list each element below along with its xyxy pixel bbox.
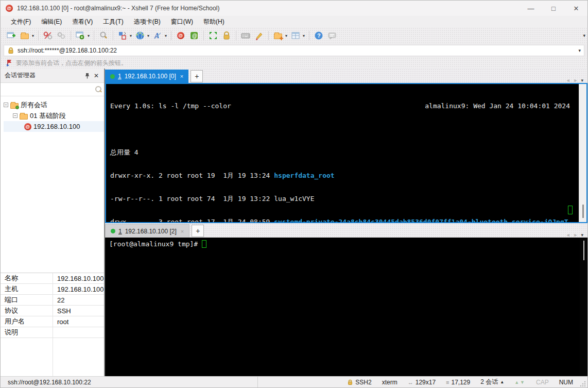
tab-scroll-left-icon[interactable]: ◄: [566, 232, 570, 238]
toolbar-separator: [171, 31, 171, 40]
menu-view[interactable]: 查看(V): [67, 16, 98, 27]
pin-panel-icon[interactable]: [82, 71, 92, 80]
tab-layout-button[interactable]: [117, 30, 128, 41]
tab-close-icon[interactable]: ×: [180, 228, 185, 234]
toolbar-separator: [38, 31, 39, 40]
session-search-input[interactable]: [3, 85, 95, 95]
session-icon: @: [24, 123, 31, 130]
toolbar-overflow-icon[interactable]: ▾: [583, 33, 585, 38]
session-manager-header: 会话管理器 ✕: [1, 69, 104, 83]
status-session-count[interactable]: 2 会话 ▲: [475, 378, 509, 386]
session-tree: − 所有会话 − 01 基础阶段 @ 192.168.10.100: [1, 96, 104, 273]
session-search-box: [1, 83, 104, 96]
ls-row: -rw-r--r--. 1 root root 74 1月 19 13:22 l…: [110, 195, 582, 203]
tab-list-dropdown-icon[interactable]: ▾: [581, 232, 583, 238]
session-count-dropup-icon[interactable]: ▲: [500, 380, 504, 384]
xshell-button[interactable]: @: [175, 30, 186, 41]
address-url[interactable]: ssh://root:******@192.168.10.100:22: [18, 47, 575, 54]
compose-button[interactable]: [253, 30, 265, 41]
lock-icon: [347, 379, 353, 385]
terminal-1-scrollbar[interactable]: [579, 84, 586, 222]
status-num-lock: NUM: [554, 379, 578, 386]
prop-value: root: [53, 316, 104, 327]
tab-scroll-left-icon[interactable]: ◄: [566, 78, 570, 83]
maximize-button[interactable]: □: [542, 1, 565, 16]
menu-bar: 文件(F) 编辑(E) 查看(V) 工具(T) 选项卡(B) 窗口(W) 帮助(…: [1, 16, 587, 27]
new-tab-button[interactable]: +: [192, 225, 204, 237]
session-properties-dropdown-icon[interactable]: ▾: [87, 33, 91, 38]
minimize-button[interactable]: —: [520, 1, 542, 16]
status-terminal-type[interactable]: xterm: [377, 379, 403, 386]
session-manager-panel: 会话管理器 ✕ − 所有会话 − 01 基础阶段: [1, 69, 105, 376]
terminal-cursor: [202, 240, 206, 248]
prop-label: 主机: [1, 284, 53, 295]
tab-close-icon[interactable]: ×: [179, 73, 184, 79]
folder-icon: [20, 114, 28, 120]
new-transfer-dropdown-icon[interactable]: ▾: [284, 33, 288, 38]
reconnect-button[interactable]: [56, 30, 67, 41]
xshell-logo-icon: @: [6, 5, 13, 12]
tab-nav-2: ◄ ► ▾: [566, 232, 587, 238]
tree-item-all-sessions[interactable]: − 所有会话: [4, 99, 104, 110]
xftp-button[interactable]: @: [188, 30, 200, 41]
resize-grip[interactable]: [579, 380, 586, 387]
tree-item-session[interactable]: @ 192.168.10.100: [4, 121, 104, 132]
tree-item-folder[interactable]: − 01 基础阶段: [4, 110, 104, 121]
disconnect-button[interactable]: [42, 30, 54, 41]
tab-layout-dropdown-icon[interactable]: ▾: [129, 33, 133, 38]
terminal-1[interactable]: Every 1.0s: ls -l /tmp --color almalinux…: [105, 83, 587, 223]
tab-list-dropdown-icon[interactable]: ▾: [581, 78, 583, 83]
new-tab-button[interactable]: +: [191, 70, 203, 82]
close-panel-icon[interactable]: ✕: [92, 71, 101, 80]
open-session-dropdown-icon[interactable]: ▾: [31, 33, 35, 38]
font-button[interactable]: A: [152, 30, 163, 41]
fullscreen-button[interactable]: [207, 30, 219, 41]
tab-scroll-right-icon[interactable]: ►: [574, 78, 578, 83]
open-session-button[interactable]: [19, 30, 30, 41]
font-dropdown-icon[interactable]: ▾: [164, 33, 168, 38]
ls-total: 总用量 4: [110, 148, 582, 156]
prop-value: SSH: [53, 306, 104, 316]
menu-help[interactable]: 帮助(H): [198, 16, 230, 27]
tab-session-1[interactable]: 1 192.168.10.100 [0] ×: [105, 70, 188, 83]
address-field[interactable]: ssh://root:******@192.168.10.100:22 ▾: [4, 45, 584, 56]
close-button[interactable]: ✕: [565, 1, 587, 16]
encoding-button[interactable]: [134, 30, 146, 41]
toolbar-separator: [268, 31, 269, 40]
toolbar-separator: [236, 31, 236, 40]
address-dropdown-icon[interactable]: ▾: [578, 48, 581, 53]
new-transfer-button[interactable]: [272, 30, 284, 41]
session-properties-button[interactable]: [75, 30, 86, 41]
terminal-cursor: [568, 206, 573, 214]
main-area: 会话管理器 ✕ − 所有会话 − 01 基础阶段: [1, 69, 587, 376]
transfer-arrows-icon: ▲▼: [509, 380, 531, 385]
lock-screen-button[interactable]: [221, 30, 232, 41]
status-caps-lock: CAP: [531, 379, 554, 386]
terminal-2-scrollbar[interactable]: [580, 238, 587, 376]
virtual-keyboard-button[interactable]: [240, 30, 251, 41]
arrange-windows-dropdown-icon[interactable]: ▾: [302, 33, 306, 38]
prop-label: 协议: [1, 306, 53, 316]
tab-session-2[interactable]: 1 192.168.10.100 [2] ×: [105, 224, 189, 238]
menu-tools[interactable]: 工具(T): [98, 16, 128, 27]
menu-tabs[interactable]: 选项卡(B): [129, 16, 166, 27]
tab-scroll-right-icon[interactable]: ►: [574, 232, 578, 238]
prop-value: [53, 327, 104, 338]
menu-file[interactable]: 文件(F): [6, 16, 36, 27]
menu-edit[interactable]: 编辑(E): [36, 16, 67, 27]
help-button[interactable]: ?: [313, 30, 324, 41]
shell-prompt: [root@almalinux9 tmp]#: [109, 240, 202, 248]
toolbar-separator: [203, 31, 204, 40]
new-session-button[interactable]: [6, 30, 17, 41]
menu-window[interactable]: 窗口(W): [166, 16, 198, 27]
feedback-button[interactable]: [326, 30, 338, 41]
collapse-icon[interactable]: −: [4, 103, 8, 107]
ls-row: drwxr-xr-x. 2 root root 19 1月 19 13:24 h…: [110, 172, 582, 179]
find-button[interactable]: [98, 30, 109, 41]
terminal-2[interactable]: [root@almalinux9 tmp]#: [105, 238, 587, 376]
encoding-dropdown-icon[interactable]: ▾: [146, 33, 150, 38]
arrange-windows-button[interactable]: [290, 30, 301, 41]
search-icon[interactable]: [95, 86, 102, 93]
tab-bar-2: 1 192.168.10.100 [2] × + ◄ ► ▾: [105, 223, 587, 238]
collapse-icon[interactable]: −: [13, 113, 18, 118]
